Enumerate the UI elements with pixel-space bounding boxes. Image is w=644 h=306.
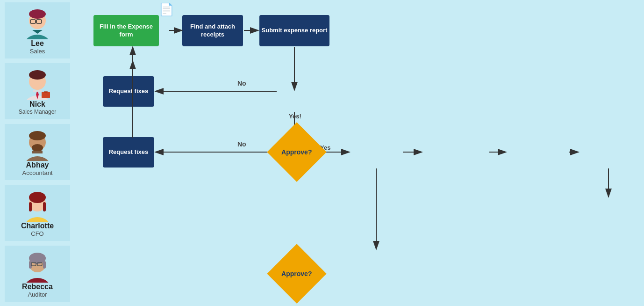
actor-charlotte: Charlotte CFO [5,185,70,241]
avatar-rebecca [21,250,54,283]
actor-role-abhay: Accountant [22,169,52,176]
actor-abhay: Abhay Accountant [5,124,70,180]
actor-lee: Lee Sales [5,2,70,58]
request-fixes-abhay-box[interactable]: Request fixes [103,137,154,168]
approve-nick-label: Approve? [281,148,312,156]
lane-lee: Lee Sales 📄 Fill in the Expense form Fin… [0,0,644,61]
receipt-icon: 📄 [159,2,174,17]
actor-rebecca: Rebecca Auditor [5,246,70,302]
avatar-abhay [21,128,54,161]
actor-name-lee: Lee [31,39,44,48]
svg-point-25 [29,9,46,19]
svg-point-36 [24,156,50,161]
request-fixes-nick-box[interactable]: Request fixes [103,76,154,107]
svg-point-39 [29,131,46,140]
svg-rect-40 [32,151,43,153]
lane-charlotte: Charlotte CFO Review weekly expenses [0,182,644,243]
svg-point-41 [24,217,50,222]
avatar-charlotte [21,189,54,222]
actor-role-nick: Sales Manager [19,109,57,115]
svg-rect-44 [29,202,32,211]
svg-point-43 [29,192,46,203]
find-receipts-box[interactable]: Find and attach receipts [182,15,243,46]
lane-nick: Nick Sales Manager Request fixes Approve… [0,61,644,122]
actor-role-charlotte: CFO [31,230,43,237]
actor-role-rebecca: Auditor [28,291,47,298]
actor-name-abhay: Abhay [26,161,49,169]
svg-point-46 [24,278,50,283]
approve-abhay-label: Approve? [281,270,312,277]
submit-report-box[interactable]: Submit expense report [259,15,329,46]
actor-nick: Nick Sales Manager [5,63,70,119]
actor-name-rebecca: Rebecca [22,283,53,291]
actor-name-charlotte: Charlotte [21,222,54,230]
svg-rect-45 [43,202,46,211]
svg-rect-33 [33,90,42,92]
svg-rect-35 [44,91,48,93]
svg-rect-50 [43,261,46,269]
svg-point-23 [24,35,50,39]
svg-point-31 [29,70,46,80]
svg-rect-34 [42,92,50,98]
actor-role-lee: Sales [30,48,45,55]
avatar-lee [21,7,54,39]
actor-name-nick: Nick [29,100,45,109]
avatar-nick [21,67,54,100]
fill-expense-box[interactable]: Fill in the Expense form [93,15,159,46]
svg-point-38 [32,144,43,152]
